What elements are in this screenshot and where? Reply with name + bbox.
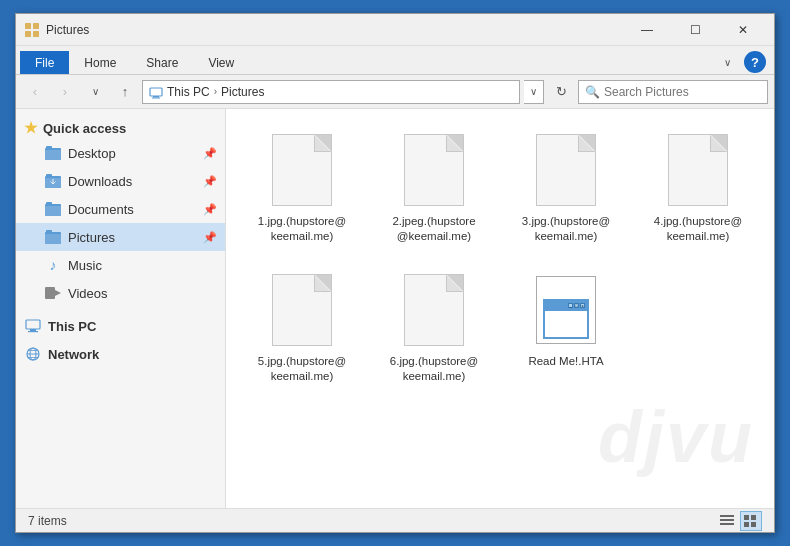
star-icon: ★: [24, 119, 37, 137]
file-icon-4: [662, 130, 734, 210]
file-label-hta: Read Me!.HTA: [528, 354, 603, 369]
svg-rect-4: [150, 88, 162, 96]
tab-view[interactable]: View: [193, 51, 249, 74]
network-section[interactable]: Network: [16, 339, 225, 365]
quick-access-label: Quick access: [43, 121, 126, 136]
address-bar: ‹ › ∨ ↑ This PC › Pictures ∨ ↻ 🔍: [16, 75, 774, 109]
up-button[interactable]: ↑: [112, 80, 138, 104]
svg-rect-23: [30, 329, 36, 331]
this-pc-section[interactable]: This PC: [16, 311, 225, 337]
sidebar-item-desktop[interactable]: Desktop 📌: [16, 139, 225, 167]
search-box[interactable]: 🔍: [578, 80, 768, 104]
svg-rect-36: [751, 522, 756, 527]
sidebar-item-documents[interactable]: Documents 📌: [16, 195, 225, 223]
file-grid: 1.jpg.(hupstore@keemail.me) 2.jpeg.(hups…: [238, 121, 762, 393]
ribbon-chevron-button[interactable]: ∨: [714, 50, 740, 74]
item-count: 7 items: [28, 514, 67, 528]
svg-rect-5: [153, 96, 159, 98]
sidebar-item-pictures[interactable]: Pictures 📌: [16, 223, 225, 251]
details-view-button[interactable]: [716, 511, 738, 531]
pictures-folder-icon: [44, 228, 62, 246]
this-pc-icon: [149, 85, 163, 99]
svg-rect-6: [152, 97, 160, 98]
refresh-button[interactable]: ↻: [548, 80, 574, 104]
title-bar: Pictures — ☐ ✕: [16, 14, 774, 46]
pin-icon-pictures: 📌: [203, 231, 217, 244]
watermark: djvu: [598, 396, 754, 478]
svg-rect-9: [46, 146, 52, 150]
pin-icon-documents: 📌: [203, 203, 217, 216]
file-item[interactable]: 4.jpg.(hupstore@keemail.me): [634, 121, 762, 253]
forward-button[interactable]: ›: [52, 80, 78, 104]
svg-rect-2: [25, 31, 31, 37]
svg-rect-34: [751, 515, 756, 520]
svg-rect-0: [25, 23, 31, 29]
ribbon: File Home Share View ∨ ?: [16, 46, 774, 75]
videos-label: Videos: [68, 286, 108, 301]
search-input[interactable]: [604, 85, 761, 99]
tab-home[interactable]: Home: [69, 51, 131, 74]
recent-button[interactable]: ∨: [82, 80, 108, 104]
window-title: Pictures: [46, 23, 624, 37]
file-label-3: 3.jpg.(hupstore@keemail.me): [522, 214, 610, 244]
documents-folder-icon: [44, 200, 62, 218]
hta-btn-2: □: [574, 303, 579, 308]
file-item[interactable]: 1.jpg.(hupstore@keemail.me): [238, 121, 366, 253]
help-button[interactable]: ?: [744, 51, 766, 73]
ribbon-tabs: File Home Share View ∨ ?: [16, 46, 774, 74]
window-controls: — ☐ ✕: [624, 16, 766, 44]
svg-rect-12: [46, 174, 52, 178]
file-label-1: 1.jpg.(hupstore@keemail.me): [258, 214, 346, 244]
close-button[interactable]: ✕: [720, 16, 766, 44]
this-pc-label: This PC: [48, 319, 96, 334]
file-icon-5: [266, 270, 338, 350]
large-icons-view-button[interactable]: [740, 511, 762, 531]
sidebar-item-downloads[interactable]: Downloads 📌: [16, 167, 225, 195]
address-path[interactable]: This PC › Pictures: [142, 80, 520, 104]
svg-rect-24: [28, 331, 38, 332]
pictures-label: Pictures: [68, 230, 115, 245]
quick-access-section[interactable]: ★ Quick access: [16, 113, 225, 139]
music-label: Music: [68, 258, 102, 273]
sidebar-item-music[interactable]: ♪ Music: [16, 251, 225, 279]
svg-rect-30: [720, 515, 734, 517]
breadcrumb-this-pc: This PC: [167, 85, 210, 99]
address-dropdown[interactable]: ∨: [524, 80, 544, 104]
file-item[interactable]: 3.jpg.(hupstore@keemail.me): [502, 121, 630, 253]
svg-rect-31: [720, 519, 734, 521]
pin-icon-desktop: 📌: [203, 147, 217, 160]
this-pc-icon: [24, 317, 42, 335]
explorer-window: Pictures — ☐ ✕ File Home Share View ∨ ? …: [15, 13, 775, 533]
file-icon-3: [530, 130, 602, 210]
svg-rect-33: [744, 515, 749, 520]
file-item[interactable]: 5.jpg.(hupstore@keemail.me): [238, 261, 366, 393]
videos-icon: [44, 284, 62, 302]
hta-btn-3: x: [580, 303, 585, 308]
desktop-label: Desktop: [68, 146, 116, 161]
path-separator-1: ›: [214, 86, 217, 97]
file-icon-6: [398, 270, 470, 350]
svg-marker-21: [55, 290, 61, 296]
main-area: ★ Quick access Desktop 📌 Downloads 📌: [16, 109, 774, 508]
svg-rect-18: [45, 234, 61, 244]
file-item[interactable]: 2.jpeg.(hupstore@keemail.me): [370, 121, 498, 253]
file-icon-2: [398, 130, 470, 210]
svg-rect-15: [45, 206, 61, 216]
tab-share[interactable]: Share: [131, 51, 193, 74]
downloads-folder-icon: [44, 172, 62, 190]
network-icon: [24, 345, 42, 363]
file-label-2: 2.jpeg.(hupstore@keemail.me): [392, 214, 475, 244]
svg-rect-22: [26, 320, 40, 329]
file-icon-1: [266, 130, 338, 210]
file-item-hta[interactable]: _ □ x Read Me!.HTA: [502, 261, 630, 393]
tab-file[interactable]: File: [20, 51, 69, 74]
documents-label: Documents: [68, 202, 134, 217]
minimize-button[interactable]: —: [624, 16, 670, 44]
downloads-label: Downloads: [68, 174, 132, 189]
svg-rect-8: [45, 150, 61, 160]
maximize-button[interactable]: ☐: [672, 16, 718, 44]
sidebar-item-videos[interactable]: Videos: [16, 279, 225, 307]
file-item[interactable]: 6.jpg.(hupstore@keemail.me): [370, 261, 498, 393]
back-button[interactable]: ‹: [22, 80, 48, 104]
file-label-5: 5.jpg.(hupstore@keemail.me): [258, 354, 346, 384]
